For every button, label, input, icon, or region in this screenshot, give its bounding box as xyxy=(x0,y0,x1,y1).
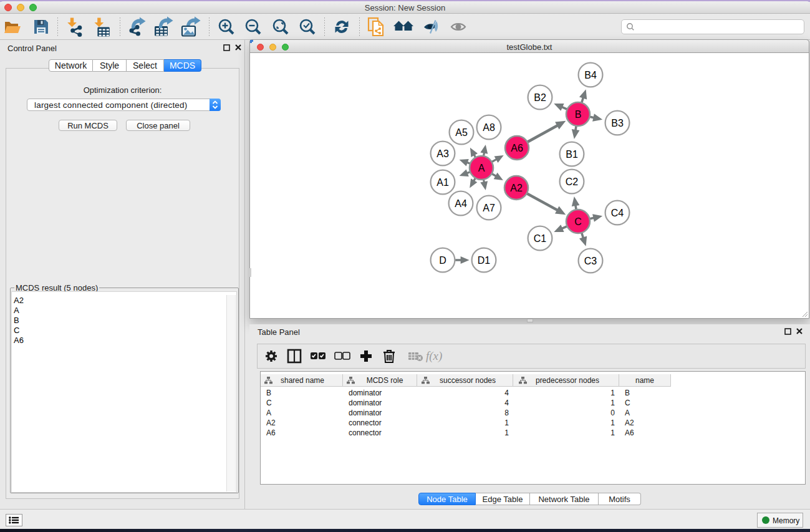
svg-text:C: C xyxy=(574,216,582,227)
svg-text:A2: A2 xyxy=(510,183,523,193)
svg-text:A5: A5 xyxy=(455,127,468,138)
svg-text:C1: C1 xyxy=(534,233,547,244)
svg-text:A6: A6 xyxy=(511,143,523,153)
svg-text:A3: A3 xyxy=(436,148,449,159)
svg-text:D1: D1 xyxy=(478,255,491,266)
svg-text:B2: B2 xyxy=(534,92,546,103)
svg-text:A7: A7 xyxy=(483,203,495,213)
svg-text:B4: B4 xyxy=(584,70,597,80)
svg-text:C2: C2 xyxy=(566,177,579,187)
svg-text:D: D xyxy=(439,255,446,266)
svg-text:C4: C4 xyxy=(611,208,624,218)
svg-text:A8: A8 xyxy=(483,122,495,133)
svg-text:B1: B1 xyxy=(566,149,578,160)
svg-text:A1: A1 xyxy=(436,177,449,188)
svg-text:A: A xyxy=(478,163,485,173)
svg-text:B: B xyxy=(575,109,582,120)
svg-text:C3: C3 xyxy=(584,256,597,266)
svg-text:A4: A4 xyxy=(455,198,467,209)
svg-text:B3: B3 xyxy=(611,118,624,128)
